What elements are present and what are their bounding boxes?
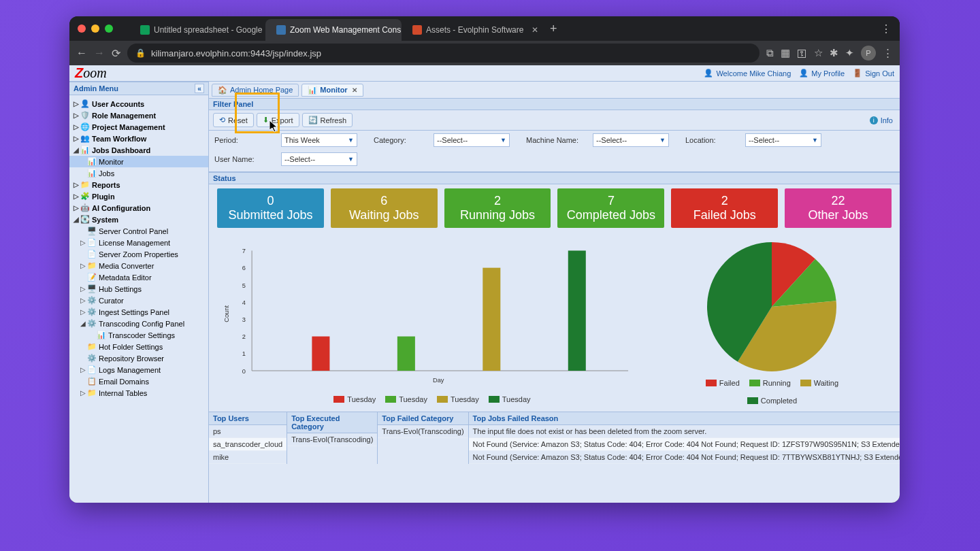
table-row: sa_transcoder_cloud [209, 438, 287, 451]
browser-tab[interactable]: Zoom Web Management Cons✕ [265, 19, 402, 41]
browser-titlebar: Untitled spreadsheet - Google✕Zoom Web M… [69, 16, 900, 41]
status-card[interactable]: 2Running Jobs [444, 188, 551, 228]
export-button[interactable]: ⬇Export [257, 113, 299, 127]
avatar-icon[interactable]: P [861, 46, 876, 61]
user-select[interactable]: --Select--▼ [281, 152, 357, 166]
period-select[interactable]: This Week▼ [281, 133, 357, 147]
sidebar-item[interactable]: ▷👤User Accounts [69, 98, 208, 110]
sidebar-item[interactable]: ▷🧩Plugin [69, 190, 208, 202]
zoom-logo: Zoom [75, 65, 107, 81]
sidebar-item[interactable]: ▷📁Internal Tables [69, 387, 208, 399]
location-select[interactable]: --Select--▼ [745, 133, 821, 147]
menu-icon[interactable]: ⋮ [883, 47, 893, 59]
summary-tables: Top Users pssa_transcoder_cloudmike Top … [209, 412, 900, 464]
url-input[interactable]: 🔒 kilimanjaro.evolphin.com:9443/jsp/inde… [127, 44, 760, 63]
star-icon[interactable]: ☆ [814, 47, 823, 59]
period-label: Period: [214, 136, 238, 144]
sidebar-item[interactable]: 📁Hot Folder Settings [69, 341, 208, 352]
svg-text:Count: Count [223, 305, 230, 322]
reload-button[interactable]: ⟳ [112, 47, 120, 60]
sidebar-item[interactable]: ▷🌐Project Management [69, 121, 208, 133]
main-panel: 🏠Admin Home Page 📊Monitor✕ Filter Panel … [209, 82, 900, 503]
top-users-header: Top Users [209, 412, 287, 425]
new-tab-button[interactable]: + [543, 22, 564, 36]
browser-tabs: Untitled spreadsheet - Google✕Zoom Web M… [129, 16, 538, 41]
settings-icon[interactable]: ✱ [830, 47, 838, 59]
close-icon[interactable]: ✕ [532, 25, 538, 35]
sidebar-item[interactable]: ◢💽System [69, 214, 208, 225]
top-reason-col: Top Jobs Failed Reason The input file do… [469, 412, 900, 464]
sidebar-item[interactable]: 📊Transcoder Settings [69, 329, 208, 341]
category-select[interactable]: --Select--▼ [434, 133, 510, 147]
info-link[interactable]: iInfo [870, 116, 893, 124]
status-card[interactable]: 2Failed Jobs [671, 188, 778, 228]
sidebar-item[interactable]: 🖥️Server Control Panel [69, 225, 208, 237]
svg-text:1: 1 [242, 350, 246, 357]
back-button[interactable]: ← [76, 47, 87, 59]
sidebar-title: Admin Menu « [69, 82, 208, 95]
table-row: ps [209, 425, 287, 438]
sidebar-item[interactable]: ▷📁Reports [69, 179, 208, 190]
ext-icon[interactable]: ✦ [845, 47, 854, 59]
forward-button[interactable]: → [94, 47, 105, 59]
sign-out-link[interactable]: 🚪Sign Out [853, 69, 894, 78]
address-bar: ← → ⟳ 🔒 kilimanjaro.evolphin.com:9443/js… [69, 41, 900, 65]
legend-item: Failed [706, 379, 740, 387]
top-exec-header: Top Executed Category [287, 412, 377, 433]
window-min-icon[interactable] [91, 24, 99, 33]
sidebar-item[interactable]: 📊Monitor [69, 156, 208, 167]
tab-monitor[interactable]: 📊Monitor✕ [301, 84, 363, 97]
sidebar-item[interactable]: ▷🖥️Hub Settings [69, 283, 208, 295]
sidebar-item[interactable]: ▷📄License Management [69, 237, 208, 248]
sidebar-item[interactable]: ▷⚙️Curator [69, 295, 208, 306]
apps-icon[interactable]: ▦ [781, 47, 790, 59]
sidebar-item[interactable]: ▷🤖AI Configuration [69, 202, 208, 214]
overflow-icon[interactable]: ⋮ [881, 22, 892, 35]
refresh-button[interactable]: 🔄Refresh [302, 113, 353, 127]
sidebar-item[interactable]: ◢⚙️Transcoding Config Panel [69, 318, 208, 329]
top-exec-col: Top Executed Category Trans-Evol(Transco… [287, 412, 378, 464]
content-area: 0Submitted Jobs6Waiting Jobs2Running Job… [209, 184, 900, 503]
sidebar-item[interactable]: ▷👥Team Workflow [69, 133, 208, 144]
legend-item: Tuesday [333, 395, 376, 403]
window-close-icon[interactable] [78, 24, 86, 33]
sidebar-item[interactable]: ▷🛡️Role Management [69, 110, 208, 121]
welcome-text: 👤Welcome Mike Chiang [704, 69, 791, 78]
status-card[interactable]: 6Waiting Jobs [331, 188, 438, 228]
window-max-icon[interactable] [105, 24, 113, 33]
svg-rect-14 [568, 250, 586, 371]
svg-text:7: 7 [242, 248, 246, 254]
sidebar-item[interactable]: 📋Email Domains [69, 375, 208, 387]
reset-button[interactable]: ⟲Reset [213, 113, 254, 127]
sidebar-item[interactable]: 📝Metadata Editor [69, 271, 208, 283]
sidebar-item[interactable]: ▷📄Logs Management [69, 364, 208, 375]
sidebar-item[interactable]: 📊Jobs [69, 167, 208, 179]
sidebar-item[interactable]: 📄Server Zoom Properties [69, 248, 208, 260]
table-row: mike [209, 451, 287, 464]
sidebar-item[interactable]: ◢📊Jobs Dashboard [69, 144, 208, 156]
status-card[interactable]: 22Other Jobs [785, 188, 892, 228]
sidebar-collapse-button[interactable]: « [195, 84, 204, 93]
status-card[interactable]: 7Completed Jobs [557, 188, 664, 228]
app-root: Zoom 👤Welcome Mike Chiang 👤My Profile 🚪S… [69, 65, 900, 503]
legend-item: Running [749, 379, 791, 387]
sidebar-item[interactable]: ▷⚙️Ingest Settings Panel [69, 306, 208, 318]
tab-admin-home[interactable]: 🏠Admin Home Page [212, 84, 299, 97]
svg-rect-12 [397, 337, 415, 371]
sidebar-item[interactable]: ⚙️Repository Browser [69, 352, 208, 364]
machine-select[interactable]: --Select--▼ [593, 133, 669, 147]
key-icon[interactable]: ⚿ [797, 48, 807, 59]
browser-tab[interactable]: Assets - Evolphin Software✕ [402, 19, 538, 41]
cast-icon[interactable]: ⧉ [766, 47, 774, 59]
status-card[interactable]: 0Submitted Jobs [217, 188, 324, 228]
browser-tab[interactable]: Untitled spreadsheet - Google✕ [129, 19, 265, 41]
favicon-icon [276, 25, 286, 35]
legend-item: Tuesday [489, 395, 531, 403]
close-icon[interactable]: ✕ [352, 86, 357, 94]
svg-text:0: 0 [242, 368, 246, 375]
table-row: Trans-Evol(Transcoding) [378, 425, 468, 438]
svg-rect-11 [312, 337, 329, 371]
filter-panel-title: Filter Panel [209, 98, 900, 110]
my-profile-link[interactable]: 👤My Profile [799, 69, 845, 78]
sidebar-item[interactable]: ▷📁Media Converter [69, 260, 208, 271]
